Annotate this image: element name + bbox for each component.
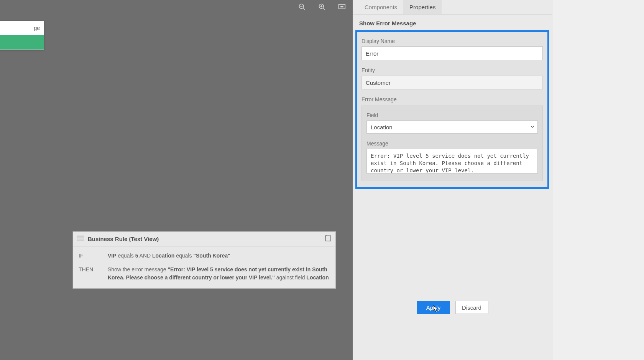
error-message-subsection: Field Location Message xyxy=(361,106,543,181)
rule-designer-canvas[interactable]: ge Business Rule (Text View) IF VIP equa… xyxy=(0,0,353,360)
zoom-in-icon[interactable] xyxy=(318,3,326,12)
message-textarea[interactable] xyxy=(366,149,538,173)
svg-line-4 xyxy=(323,8,325,10)
svg-line-1 xyxy=(303,8,305,10)
if-keyword: IF xyxy=(79,252,108,259)
svg-rect-11 xyxy=(77,238,79,239)
svg-rect-9 xyxy=(77,236,79,236)
svg-rect-10 xyxy=(79,236,84,236)
svg-rect-14 xyxy=(79,240,84,241)
field-label: Field xyxy=(366,112,538,118)
text-view-body: IF VIP equals 5 AND Location equals "Sou… xyxy=(73,246,335,288)
section-title: Show Error Message xyxy=(353,15,552,30)
window-scroll-region xyxy=(552,0,644,360)
fit-to-screen-icon[interactable] xyxy=(338,3,346,12)
svg-rect-12 xyxy=(79,238,84,239)
zoom-out-icon[interactable] xyxy=(298,3,306,12)
text-view-icon xyxy=(77,235,84,243)
display-name-input[interactable] xyxy=(361,46,543,60)
display-name-label: Display Name xyxy=(361,38,543,44)
action-card-fragment[interactable]: ge xyxy=(0,21,44,50)
properties-panel: Components Properties Show Error Message… xyxy=(353,0,552,360)
svg-rect-13 xyxy=(77,240,79,241)
side-tabs: Components Properties xyxy=(353,0,552,15)
then-action: Show the error message "Error: VIP level… xyxy=(108,266,330,281)
error-message-properties-group: Display Name Entity Customer Error Messa… xyxy=(355,30,549,189)
then-keyword: THEN xyxy=(79,266,108,281)
apply-button[interactable]: Apply xyxy=(417,301,450,314)
error-message-label: Error Message xyxy=(361,96,543,102)
expand-text-view-icon[interactable] xyxy=(325,235,332,243)
entity-label: Entity xyxy=(361,67,543,73)
action-card-body xyxy=(0,35,44,50)
action-card-title: ge xyxy=(0,21,44,35)
entity-value: Customer xyxy=(361,76,543,89)
svg-rect-8 xyxy=(341,6,343,7)
properties-footer: Apply Discard xyxy=(353,293,552,360)
message-label: Message xyxy=(366,140,538,147)
discard-button[interactable]: Discard xyxy=(455,301,488,314)
if-condition: VIP equals 5 AND Location equals "South … xyxy=(108,252,330,259)
canvas-toolbar xyxy=(298,3,346,12)
tab-components[interactable]: Components xyxy=(358,0,403,14)
field-select[interactable]: Location xyxy=(366,121,538,134)
text-view-title: Business Rule (Text View) xyxy=(88,236,159,242)
svg-rect-15 xyxy=(325,236,331,241)
text-view-header: Business Rule (Text View) xyxy=(73,232,335,246)
tab-properties[interactable]: Properties xyxy=(403,0,442,14)
business-rule-text-view: Business Rule (Text View) IF VIP equals … xyxy=(73,231,336,289)
